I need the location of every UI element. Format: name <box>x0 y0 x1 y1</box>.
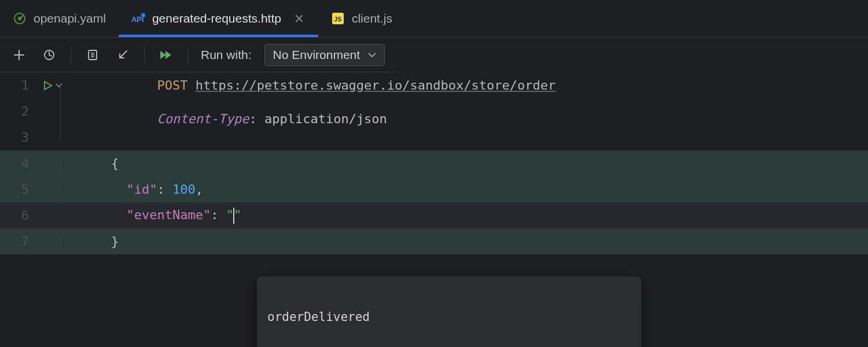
line-number: 2 <box>0 104 39 119</box>
line-number: 4 <box>0 156 39 171</box>
tab-openapi[interactable]: openapi.yaml <box>0 0 119 37</box>
history-icon[interactable] <box>41 46 58 64</box>
header-value: application/json <box>264 112 387 126</box>
tab-label: openapi.yaml <box>34 12 106 25</box>
completion-popup: orderDelivered orderInProgress orderShip… <box>257 276 641 347</box>
code-line: 4 { <box>0 150 868 176</box>
code-line: 6 "eventName": "" orderDelivered orderIn… <box>0 202 868 228</box>
svg-text:JS: JS <box>334 16 341 23</box>
chevron-down-icon <box>368 52 376 58</box>
divider <box>71 46 71 64</box>
divider <box>144 46 145 64</box>
code-editor[interactable]: 1 POST https://petstore.swagger.io/sandb… <box>0 72 868 254</box>
line-number: 1 <box>0 78 39 93</box>
add-icon[interactable] <box>10 46 28 64</box>
code-line: 5 "id": 100, <box>0 176 868 202</box>
tab-generated-requests[interactable]: API generated-requests.http <box>119 0 318 37</box>
tab-bar: openapi.yaml API generated-requests.http… <box>0 0 868 38</box>
chevron-down-icon <box>56 83 62 88</box>
environment-value: No Environment <box>273 48 361 62</box>
code-line: 7 } <box>0 228 868 254</box>
completion-item[interactable]: orderDelivered <box>257 304 641 330</box>
js-icon: JS <box>331 12 345 25</box>
divider <box>187 46 188 64</box>
code-line: 3 <box>0 124 868 150</box>
line-number: 3 <box>0 130 39 145</box>
api-icon: API <box>131 12 145 25</box>
tab-label: client.js <box>352 12 392 25</box>
run-all-icon[interactable] <box>157 46 175 64</box>
line-number: 7 <box>0 234 39 249</box>
line-number: 6 <box>0 208 39 223</box>
header-name: Content-Type <box>157 112 249 126</box>
code-line: 2 Content-Type: application/json <box>0 98 868 124</box>
import-icon[interactable] <box>114 46 131 64</box>
environment-select[interactable]: No Environment <box>264 44 385 66</box>
close-icon[interactable] <box>293 12 306 25</box>
run-gutter[interactable] <box>39 80 86 91</box>
tab-label: generated-requests.http <box>152 12 281 25</box>
tab-client-js[interactable]: JS client.js <box>318 0 405 37</box>
openapi-icon <box>13 12 27 25</box>
run-with-label: Run with: <box>201 48 252 62</box>
line-number: 5 <box>0 182 39 197</box>
svg-line-2 <box>20 15 24 19</box>
examples-icon[interactable] <box>84 46 101 64</box>
